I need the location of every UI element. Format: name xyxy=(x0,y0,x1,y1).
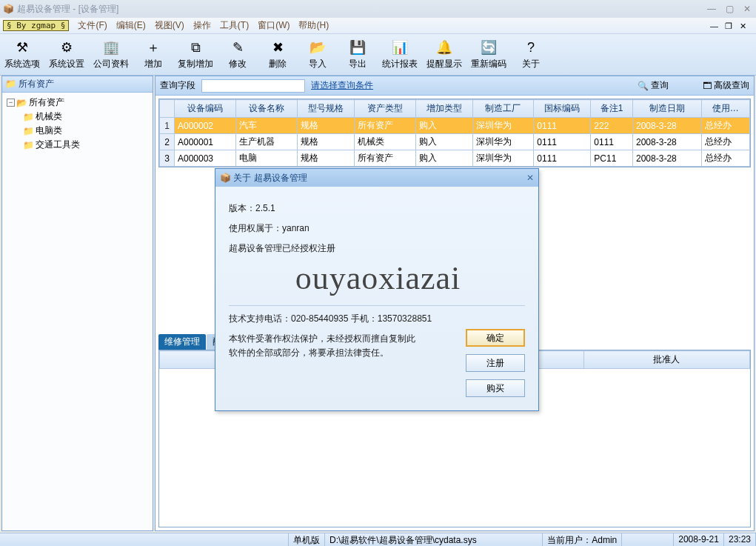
grid-cell: 2008-3-28 xyxy=(633,134,702,150)
menu-window[interactable]: 窗口(W) xyxy=(253,18,294,33)
tree-root[interactable]: −📂所有资产 xyxy=(7,96,148,110)
toolbar-10[interactable]: 🔔提醒显示 xyxy=(422,34,466,75)
about-ok-button[interactable]: 确定 xyxy=(466,329,525,347)
toolbar-icon: ✎ xyxy=(227,39,248,56)
menubar: § By zgmap § 文件(F) 编辑(E) 视图(V) 操作 工具(T) … xyxy=(0,18,756,34)
toolbar-5[interactable]: ✎修改 xyxy=(218,34,258,75)
grid-header[interactable]: 备注1 xyxy=(591,100,633,118)
menu-file[interactable]: 文件(F) xyxy=(73,18,111,33)
menu-operate[interactable]: 操作 xyxy=(189,18,215,33)
toolbar-label: 关于 xyxy=(522,58,540,70)
child-restore-button[interactable]: ❐ xyxy=(725,21,735,30)
about-register-button[interactable]: 注册 xyxy=(466,354,525,372)
toolbar-icon: 🔔 xyxy=(434,39,455,56)
menu-edit[interactable]: 编辑(E) xyxy=(112,18,150,33)
query-field-input[interactable] xyxy=(201,79,305,93)
tab-maintenance[interactable]: 维修管理 xyxy=(158,334,206,350)
grid-cell: 总经办 xyxy=(701,134,749,150)
grid-cell: 深圳华为 xyxy=(472,134,534,150)
query-hint-link[interactable]: 请选择查询条件 xyxy=(311,79,373,92)
advanced-query-button[interactable]: 🗔高级查询 xyxy=(703,79,749,92)
toolbar-11[interactable]: 🔄重新编码 xyxy=(466,34,511,75)
grid-cell: 购入 xyxy=(415,150,472,167)
query-button[interactable]: 🔍查询 xyxy=(638,79,669,92)
about-registered: 超易设备管理已经授权注册 xyxy=(229,242,525,256)
grid-cell: 2008-3-28 xyxy=(633,118,702,134)
grid-cell: 2008-3-28 xyxy=(633,150,702,167)
grid-header[interactable]: 型号规格 xyxy=(297,100,354,118)
toolbar-1[interactable]: ⚙系统设置 xyxy=(44,34,89,75)
toolbar-12[interactable]: ?关于 xyxy=(511,34,551,75)
tree-item[interactable]: 📁电脑类 xyxy=(7,124,148,138)
about-version: 版本：2.5.1 xyxy=(229,202,525,216)
status-user: 当前用户：Admin xyxy=(543,533,622,546)
grid-header[interactable]: 制造工厂 xyxy=(472,100,534,118)
grid-cell: 222 xyxy=(591,118,633,134)
child-close-button[interactable]: ✕ xyxy=(740,21,750,30)
toolbar-icon: ⧉ xyxy=(185,39,206,56)
folder-icon: 📁 xyxy=(23,126,34,136)
table-row[interactable]: 3A000003电脑规格所有资产购入深圳华为0111PC112008-3-28总… xyxy=(160,150,750,167)
toolbar-label: 删除 xyxy=(269,58,287,70)
toolbar-icon: ＋ xyxy=(143,39,164,56)
grid-cell: PC11 xyxy=(591,150,633,167)
grid-header[interactable]: 增加类型 xyxy=(415,100,472,118)
grid-cell: 购入 xyxy=(415,118,472,134)
grid-header[interactable]: 设备名称 xyxy=(235,100,297,118)
table-row[interactable]: 1A000002汽车规格所有资产购入深圳华为01112222008-3-28总经… xyxy=(160,118,750,134)
status-date: 2008-9-21 xyxy=(674,533,724,546)
toolbar-2[interactable]: 🏢公司资料 xyxy=(89,34,133,75)
tree-item[interactable]: 📁机械类 xyxy=(7,110,148,124)
grid-header[interactable]: 制造日期 xyxy=(633,100,702,118)
minimize-button[interactable]: — xyxy=(706,4,717,14)
menu-view[interactable]: 视图(V) xyxy=(150,18,189,33)
app-icon: 📦 xyxy=(3,4,14,14)
toolbar-icon: ✖ xyxy=(267,39,288,56)
grid-cell: 总经办 xyxy=(701,118,749,134)
about-close-button[interactable]: ✕ xyxy=(526,173,534,183)
menu-tool[interactable]: 工具(T) xyxy=(215,18,253,33)
grid-header[interactable]: 使用… xyxy=(701,100,749,118)
toolbar-4[interactable]: ⧉复制增加 xyxy=(173,34,218,75)
grid-cell: 所有资产 xyxy=(354,150,415,167)
watermark-badge: § By zgmap § xyxy=(3,20,69,31)
row-number: 3 xyxy=(160,150,175,167)
grid-cell: 生产机器 xyxy=(235,134,297,150)
toolbar-3[interactable]: ＋增加 xyxy=(133,34,173,75)
toolbar-label: 导入 xyxy=(309,58,327,70)
maximize-button[interactable]: ▢ xyxy=(723,4,735,14)
grid-cell: 机械类 xyxy=(354,134,415,150)
collapse-icon[interactable]: − xyxy=(7,99,15,107)
grid-cell: 0111 xyxy=(591,134,633,150)
grid-cell: 规格 xyxy=(297,118,354,134)
grid-header[interactable]: 国标编码 xyxy=(534,100,591,118)
status-edition: 单机版 xyxy=(289,533,325,546)
about-licensee: 使用权属于：yanran xyxy=(229,222,525,236)
grid-cell: 汽车 xyxy=(235,118,297,134)
toolbar-label: 统计报表 xyxy=(382,58,418,70)
toolbar-icon: 🔄 xyxy=(478,39,499,56)
subgrid-header[interactable]: 批准人 xyxy=(583,351,749,369)
toolbar-label: 提醒显示 xyxy=(426,58,462,70)
tree-header-label: 所有资产 xyxy=(19,79,54,89)
tree-item[interactable]: 📁交通工具类 xyxy=(7,138,148,152)
toolbar-8[interactable]: 💾导出 xyxy=(338,34,378,75)
grid-cell: A000001 xyxy=(175,134,236,150)
folder-icon: 📂 xyxy=(16,98,27,108)
toolbar-6[interactable]: ✖删除 xyxy=(258,34,298,75)
toolbar-icon: 💾 xyxy=(347,39,368,56)
close-button[interactable]: ✕ xyxy=(741,4,753,14)
folder-icon: 📁 xyxy=(23,112,34,122)
toolbar-0[interactable]: ⚒系统选项 xyxy=(0,34,44,75)
status-path: D:\超易软件\超易设备管理\cydata.sys xyxy=(325,533,543,546)
child-minimize-button[interactable]: — xyxy=(710,21,720,30)
toolbar: ⚒系统选项⚙系统设置🏢公司资料＋增加⧉复制增加✎修改✖删除📂导入💾导出📊统计报表… xyxy=(0,34,756,76)
grid-header[interactable]: 设备编码 xyxy=(175,100,236,118)
grid-header[interactable]: 资产类型 xyxy=(354,100,415,118)
menu-help[interactable]: 帮助(H) xyxy=(294,18,333,33)
about-buy-button[interactable]: 购买 xyxy=(466,379,525,397)
titlebar: 📦 超易设备管理 - [设备管理] — ▢ ✕ xyxy=(0,0,756,18)
table-row[interactable]: 2A000001生产机器规格机械类购入深圳华为011101112008-3-28… xyxy=(160,134,750,150)
toolbar-9[interactable]: 📊统计报表 xyxy=(378,34,422,75)
toolbar-7[interactable]: 📂导入 xyxy=(298,34,338,75)
